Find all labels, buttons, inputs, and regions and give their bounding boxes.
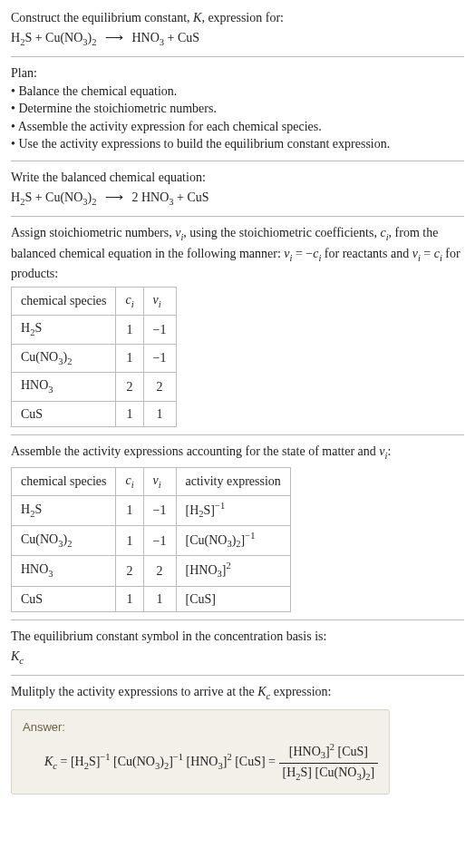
fraction-denominator: [H2S] [Cu(NO3)2] — [279, 764, 379, 784]
prompt-text: Construct the equilibrium constant, K, e… — [11, 9, 464, 27]
den-part: ] — [371, 766, 375, 779]
cell-c: 1 — [116, 401, 143, 427]
text: : — [387, 444, 391, 458]
K: K — [257, 685, 266, 698]
sp: HNO — [21, 378, 48, 392]
table-header-row: chemical species ci νi — [12, 287, 177, 315]
table-row: HNO3 2 2 — [12, 373, 177, 401]
cell-c: 2 — [116, 556, 143, 586]
answer-expression: Kc = [H2S]−1 [Cu(NO3)2]−1 [HNO3]2 [CuS] … — [23, 741, 378, 785]
den-part: S] [Cu(NO — [301, 766, 357, 779]
num-part: [HNO — [289, 745, 321, 758]
cell-c: 1 — [116, 586, 143, 612]
cell-c: 1 — [116, 526, 143, 556]
unbalanced-equation: H2S + Cu(NO3)2 ⟶ HNO3 + CuS — [11, 29, 464, 49]
cell-nu: −1 — [143, 526, 176, 556]
table-header-row: chemical species ci νi activity expressi… — [12, 467, 291, 495]
cell-nu: 1 — [143, 401, 176, 427]
prompt-line1-post: , expression for: — [201, 11, 284, 24]
ae-sup: −1 — [215, 501, 225, 511]
term: [CuS] = — [232, 755, 279, 768]
plan-bullet: • Balance the chemical equation. — [11, 83, 464, 101]
cell-activity: [HNO3]2 — [176, 556, 290, 586]
cell-activity: [Cu(NO3)2]−1 — [176, 526, 290, 556]
K-sub: c — [19, 656, 24, 666]
c-sub: i — [131, 298, 134, 308]
cell-nu: 2 — [143, 373, 176, 401]
prompt-section: Construct the equilibrium constant, K, e… — [11, 9, 464, 57]
cell-c: 1 — [116, 344, 143, 372]
table-row: H2S 1 −1 [H2S]−1 — [12, 496, 291, 526]
col-c: ci — [116, 467, 143, 495]
plan-bullet: • Use the activity expressions to build … — [11, 135, 464, 153]
table-row: Cu(NO3)2 1 −1 [Cu(NO3)2]−1 — [12, 526, 291, 556]
eq-part: 2 HNO — [131, 190, 169, 204]
prompt-K: K — [193, 11, 201, 24]
table-row: CuS 1 1 — [12, 401, 177, 427]
cell-nu: −1 — [143, 496, 176, 526]
sp-sub: 3 — [48, 569, 53, 579]
K: K — [44, 755, 53, 768]
text: = — [421, 247, 434, 260]
k-symbol: Kc — [11, 648, 464, 668]
col-nu: νi — [143, 467, 176, 495]
answer-box: Answer: Kc = [H2S]−1 [Cu(NO3)2]−1 [HNO3]… — [11, 709, 390, 795]
cell-activity: [CuS] — [176, 586, 290, 612]
eq-sub: 2 — [92, 36, 96, 46]
k-symbol-section: The equilibrium constant symbol in the c… — [11, 620, 464, 676]
activity-title: Assemble the activity expressions accoun… — [11, 443, 464, 463]
sp: H — [21, 502, 30, 516]
nu-sub: i — [159, 298, 161, 308]
text: expression: — [270, 685, 331, 698]
sp-sub: 2 — [67, 356, 72, 366]
cell-nu: −1 — [143, 316, 176, 344]
cell-species: CuS — [12, 586, 116, 612]
activity-section: Assemble the activity expressions accoun… — [11, 435, 464, 620]
prompt-line1-pre: Construct the equilibrium constant, — [11, 11, 193, 24]
text: Assign stoichiometric numbers, — [11, 226, 175, 239]
plan-bullet: • Assemble the activity expression for e… — [11, 118, 464, 136]
term-sup: −1 — [173, 752, 183, 762]
cell-nu: −1 — [143, 344, 176, 372]
text: for reactants and — [321, 247, 412, 260]
col-species: chemical species — [12, 467, 116, 495]
cell-activity: [H2S]−1 — [176, 496, 290, 526]
cell-nu: 2 — [143, 556, 176, 586]
arrow-icon: ⟶ — [105, 189, 123, 207]
term: S] — [89, 755, 100, 768]
eq-part: H — [11, 31, 20, 44]
cell-species: Cu(NO3)2 — [12, 344, 116, 372]
text: , using the stoichiometric coefficients, — [183, 226, 380, 239]
final-intro: Mulitply the activity expressions to arr… — [11, 683, 464, 703]
den-part: [H — [283, 766, 296, 779]
sp: HNO — [21, 562, 48, 576]
text: = — [57, 755, 71, 768]
col-c: ci — [116, 287, 143, 315]
eq-part: H — [11, 190, 20, 204]
term: [H — [71, 755, 84, 768]
nu-sub: i — [159, 480, 161, 490]
term: [Cu(NO — [111, 755, 155, 768]
sp: H — [21, 321, 30, 335]
plan-section: Plan: • Balance the chemical equation. •… — [11, 57, 464, 161]
balanced-title: Write the balanced chemical equation: — [11, 169, 464, 187]
text: = − — [292, 247, 313, 260]
sp-sub: 3 — [48, 385, 53, 395]
fraction-numerator: [HNO3]2 [CuS] — [279, 741, 379, 764]
sp: Cu(NO — [21, 350, 58, 364]
term: [HNO — [183, 755, 218, 768]
text: Assemble the activity expressions accoun… — [11, 444, 379, 458]
plan-bullet: • Determine the stoichiometric numbers. — [11, 100, 464, 118]
answer-label: Answer: — [23, 719, 378, 736]
fraction: [HNO3]2 [CuS][H2S] [Cu(NO3)2] — [279, 741, 379, 785]
table-row: Cu(NO3)2 1 −1 — [12, 344, 177, 372]
eq-part: HNO — [131, 31, 159, 44]
cell-nu: 1 — [143, 586, 176, 612]
stoich-section: Assign stoichiometric numbers, νi, using… — [11, 217, 464, 435]
term-sup: −1 — [100, 752, 110, 762]
cell-species: Cu(NO3)2 — [12, 526, 116, 556]
ae-sup: 2 — [226, 561, 230, 571]
plan-title: Plan: — [11, 64, 464, 83]
eq-sub: 2 — [92, 196, 96, 206]
stoich-table: chemical species ci νi H2S 1 −1 Cu(NO3)2… — [11, 287, 177, 428]
